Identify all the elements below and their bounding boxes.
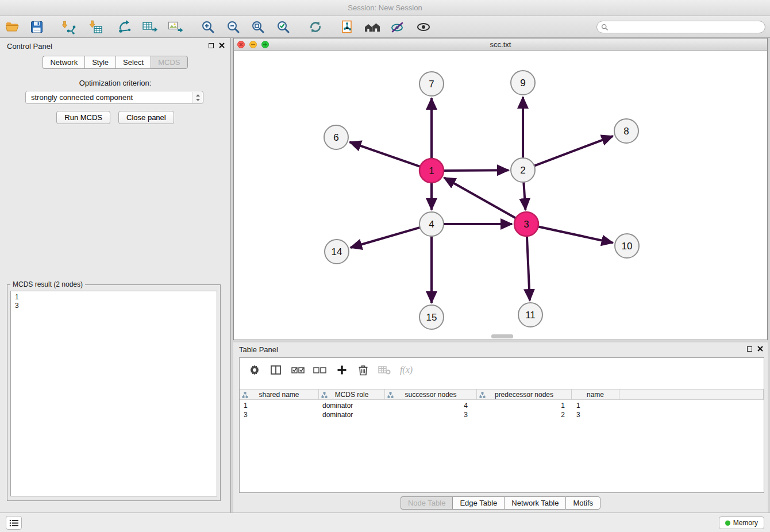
cell-successor-nodes: 3 — [385, 411, 477, 420]
column-header-name[interactable]: name — [572, 390, 619, 399]
graph-node-9[interactable]: 9 — [511, 71, 535, 95]
table-row[interactable]: 1 dominator 4 1 1 — [240, 402, 764, 411]
zoom-selected-button[interactable] — [274, 18, 292, 36]
svg-text:10: 10 — [622, 241, 633, 252]
network-canvas[interactable]: 1234678910111415 — [234, 51, 767, 340]
graph-edge-3-10[interactable] — [537, 226, 613, 243]
export-table-button[interactable] — [141, 18, 159, 36]
add-column-button[interactable] — [334, 363, 350, 377]
zoom-in-button[interactable] — [199, 18, 217, 36]
zoom-out-button[interactable] — [224, 18, 242, 36]
save-icon — [30, 20, 44, 34]
zoom-fit-icon — [251, 20, 265, 34]
mcds-result-group: MCDS result (2 nodes) 1 3 — [7, 284, 221, 501]
export-network-icon — [118, 20, 133, 34]
graph-edge-3-11[interactable] — [527, 235, 530, 300]
hide-selected-button[interactable] — [388, 18, 407, 36]
column-header-successor-nodes[interactable]: successor nodes — [385, 390, 477, 399]
show-panels-button[interactable] — [6, 516, 22, 530]
column-header-mcds-role[interactable]: MCDS role — [319, 390, 385, 399]
close-panel-button[interactable]: Close panel — [118, 111, 174, 124]
first-neighbors-button[interactable] — [363, 18, 382, 36]
close-window-icon[interactable] — [237, 41, 245, 48]
graph-node-14[interactable]: 14 — [325, 240, 349, 264]
control-panel-title: Control Panel — [7, 42, 52, 51]
show-all-button[interactable] — [414, 18, 433, 36]
import-table-button[interactable] — [86, 18, 105, 36]
close-panel-icon[interactable] — [219, 43, 225, 48]
float-table-panel-icon[interactable] — [747, 346, 752, 352]
graph-node-15[interactable]: 15 — [419, 305, 444, 329]
float-panel-icon[interactable] — [209, 43, 214, 48]
minimize-window-icon[interactable] — [249, 41, 257, 48]
open-file-button[interactable] — [3, 18, 22, 36]
mcds-result-list[interactable]: 1 3 — [10, 291, 217, 496]
column-header-shared-name[interactable]: shared name — [240, 390, 319, 399]
delete-column-button[interactable] — [355, 363, 371, 377]
column-tree-icon — [321, 392, 328, 398]
tab-network-table[interactable]: Network Table — [504, 496, 565, 510]
show-columns-button[interactable] — [268, 363, 284, 377]
graph-edge-1-6[interactable] — [350, 142, 421, 167]
tab-mcds[interactable]: MCDS — [151, 56, 187, 69]
tab-node-table[interactable]: Node Table — [401, 496, 453, 510]
first-neighbors-houses-icon — [364, 20, 381, 34]
graph-node-10[interactable]: 10 — [615, 234, 639, 258]
mcds-result-line: 1 — [15, 293, 213, 302]
search-input[interactable] — [611, 23, 765, 31]
refresh-layout-button[interactable] — [306, 18, 325, 36]
tab-select[interactable]: Select — [116, 56, 151, 69]
table-panel: Table Panel — [233, 342, 768, 512]
svg-text:15: 15 — [426, 312, 437, 323]
gear-icon — [249, 364, 260, 376]
search-icon — [601, 24, 609, 31]
graph-node-1[interactable]: 1 — [419, 159, 444, 183]
new-network-from-selection-button[interactable] — [338, 18, 357, 36]
table-header-row: shared name MCDS role successor nodes pr… — [240, 389, 764, 400]
memory-button[interactable]: Memory — [719, 516, 764, 529]
graph-node-3[interactable]: 3 — [514, 212, 538, 236]
toolbar-search-box[interactable] — [596, 21, 765, 33]
graph-edge-4-14[interactable] — [351, 227, 421, 248]
delete-table-button-disabled[interactable] — [376, 363, 392, 377]
import-network-button[interactable] — [59, 18, 77, 36]
svg-text:1: 1 — [429, 165, 434, 176]
graph-node-8[interactable]: 8 — [614, 119, 638, 143]
graph-edge-1-2[interactable] — [442, 170, 509, 171]
graph-edge-2-3[interactable] — [523, 181, 525, 210]
cell-shared-name: 1 — [240, 402, 319, 411]
table-settings-button[interactable] — [247, 363, 263, 377]
delete-table-icon — [378, 365, 391, 375]
table-panel-tabs: Node Table Edge Table Network Table Moti… — [233, 496, 768, 510]
zoom-window-icon[interactable] — [261, 41, 269, 48]
select-all-rows-button[interactable] — [290, 363, 306, 377]
tab-network[interactable]: Network — [43, 56, 84, 69]
network-graph-svg: 1234678910111415 — [234, 51, 767, 340]
graph-node-4[interactable]: 4 — [419, 212, 444, 236]
svg-text:11: 11 — [525, 310, 536, 321]
graph-node-11[interactable]: 11 — [518, 303, 542, 327]
graph-node-6[interactable]: 6 — [324, 125, 348, 149]
close-table-panel-icon[interactable] — [757, 346, 763, 352]
network-window-titlebar[interactable]: scc.txt — [234, 38, 767, 51]
graph-edge-3-1[interactable] — [444, 178, 517, 218]
table-row[interactable]: 3 dominator 3 2 3 — [240, 411, 764, 420]
export-image-button[interactable] — [166, 18, 184, 36]
function-builder-button-disabled[interactable]: f(x) — [396, 363, 417, 377]
tab-motifs[interactable]: Motifs — [565, 496, 600, 510]
zoom-fit-button[interactable] — [249, 18, 267, 36]
run-mcds-button[interactable]: Run MCDS — [56, 111, 110, 124]
memory-label: Memory — [733, 519, 758, 527]
column-header-predecessor-nodes[interactable]: predecessor nodes — [477, 390, 572, 399]
criterion-dropdown[interactable]: strongly connected component — [25, 91, 203, 104]
trash-icon — [358, 364, 368, 376]
save-session-button[interactable] — [28, 18, 46, 36]
graph-node-2[interactable]: 2 — [511, 158, 535, 182]
export-network-button[interactable] — [116, 18, 134, 36]
graph-node-7[interactable]: 7 — [419, 72, 444, 96]
tab-edge-table[interactable]: Edge Table — [452, 496, 504, 510]
graph-edge-2-8[interactable] — [533, 136, 613, 166]
deselect-all-rows-button[interactable] — [312, 363, 328, 377]
canvas-horizontal-scrollbar[interactable] — [491, 334, 513, 338]
tab-style[interactable]: Style — [84, 56, 116, 69]
